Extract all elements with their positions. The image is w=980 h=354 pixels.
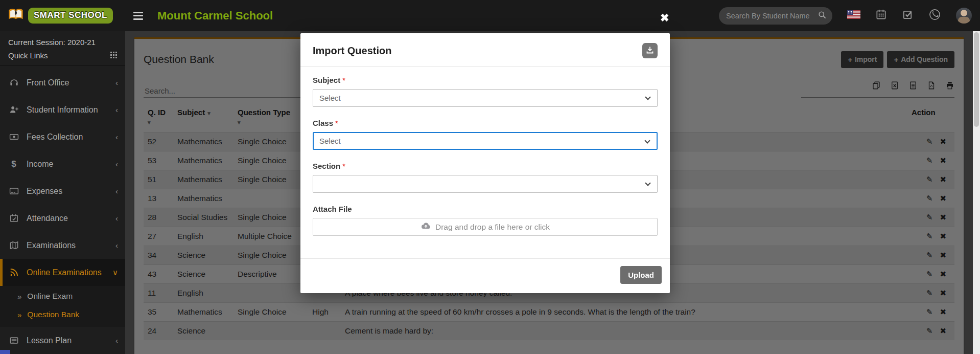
class-label: Class* bbox=[313, 119, 658, 127]
sidebar-item-expenses[interactable]: Expenses ‹ bbox=[0, 178, 125, 205]
sidebar-footer-accent bbox=[0, 350, 10, 354]
attach-file-label: Attach File bbox=[313, 205, 658, 213]
section-select[interactable] bbox=[313, 175, 658, 193]
avatar[interactable] bbox=[956, 8, 972, 24]
sidebar-item-fees-collection[interactable]: Fees Collection ‹ bbox=[0, 123, 125, 150]
search-icon[interactable] bbox=[818, 11, 826, 21]
school-name: Mount Carmel School bbox=[157, 9, 273, 23]
calendar-icon[interactable] bbox=[875, 9, 887, 23]
sidebar-item-examinations[interactable]: Examinations ‹ bbox=[0, 232, 125, 259]
sidebar: Current Session: 2020-21 Quick Links bbox=[0, 31, 125, 354]
chevron-left-icon: ‹ bbox=[115, 105, 118, 114]
header-actions bbox=[719, 7, 980, 25]
import-question-modal: Import Question Subject* Select bbox=[300, 33, 670, 293]
chevron-down-icon bbox=[644, 138, 650, 143]
class-select[interactable]: Select bbox=[313, 132, 658, 150]
map-icon bbox=[8, 240, 19, 250]
chevron-left-icon: ‹ bbox=[115, 241, 118, 250]
credit-card-icon bbox=[8, 186, 19, 196]
book-logo-icon bbox=[7, 7, 25, 25]
session-block: Current Session: 2020-21 Quick Links bbox=[0, 31, 125, 66]
sidebar-item-online-examinations[interactable]: Online Examinations ∨ bbox=[0, 259, 125, 286]
subject-select[interactable]: Select bbox=[313, 89, 658, 107]
sidebar-nav: Front Office ‹ Student Information ‹ bbox=[0, 66, 125, 354]
required-asterisk: * bbox=[342, 76, 345, 84]
check-square-icon[interactable] bbox=[902, 9, 914, 23]
chevron-down-icon bbox=[645, 94, 650, 100]
cloud-upload-icon bbox=[421, 220, 431, 233]
hamburger-icon[interactable] bbox=[133, 12, 143, 20]
subject-label: Subject* bbox=[313, 76, 658, 84]
sidebar-item-front-office[interactable]: Front Office ‹ bbox=[0, 69, 125, 96]
current-session: Current Session: 2020-21 bbox=[8, 38, 117, 47]
online-examinations-submenu: » Online Exam » Question Bank bbox=[0, 286, 125, 327]
quick-links[interactable]: Quick Links bbox=[8, 51, 117, 60]
double-arrow-icon: » bbox=[17, 292, 21, 301]
chevron-left-icon: ‹ bbox=[115, 214, 118, 223]
chevron-left-icon: ‹ bbox=[115, 160, 118, 168]
download-sample-button[interactable] bbox=[642, 43, 658, 58]
modal-title: Import Question bbox=[313, 45, 391, 57]
student-search-input[interactable] bbox=[725, 11, 815, 20]
top-header: SMART SCHOOL Mount Carmel School bbox=[0, 0, 980, 31]
app-window: SMART SCHOOL Mount Carmel School bbox=[0, 0, 980, 354]
download-icon bbox=[646, 46, 654, 56]
headset-icon bbox=[8, 78, 19, 87]
grid-icon[interactable] bbox=[110, 51, 117, 60]
chevron-left-icon: ‹ bbox=[115, 336, 118, 345]
section-label: Section* bbox=[313, 162, 658, 170]
close-icon[interactable]: ✖ bbox=[657, 11, 672, 25]
upload-button[interactable]: Upload bbox=[620, 266, 662, 284]
calendar-check-icon bbox=[8, 213, 19, 223]
sidebar-item-attendance[interactable]: Attendance ‹ bbox=[0, 205, 125, 232]
file-dropzone[interactable]: Drag and drop a file here or click bbox=[313, 218, 658, 236]
scrollbar-thumb[interactable] bbox=[974, 32, 979, 127]
required-asterisk: * bbox=[335, 119, 338, 127]
sidebar-subitem-online-exam[interactable]: » Online Exam bbox=[0, 287, 125, 305]
money-bill-icon bbox=[8, 132, 19, 142]
chevron-down-icon: ∨ bbox=[112, 268, 118, 277]
chevron-down-icon bbox=[645, 180, 650, 186]
user-plus-icon bbox=[8, 105, 19, 115]
sidebar-subitem-question-bank[interactable]: » Question Bank bbox=[0, 305, 125, 324]
student-search bbox=[719, 7, 832, 25]
sidebar-item-income[interactable]: $ Income ‹ bbox=[0, 150, 125, 178]
sidebar-item-lesson-plan[interactable]: Lesson Plan ‹ bbox=[0, 327, 125, 354]
dollar-icon: $ bbox=[8, 159, 19, 169]
brand-logo[interactable]: SMART SCHOOL bbox=[0, 7, 125, 25]
required-asterisk: * bbox=[342, 162, 345, 170]
list-icon bbox=[8, 336, 19, 345]
sidebar-item-student-information[interactable]: Student Information ‹ bbox=[0, 96, 125, 123]
whatsapp-icon[interactable] bbox=[928, 8, 941, 23]
double-arrow-icon: » bbox=[17, 311, 21, 319]
scrollbar[interactable] bbox=[973, 31, 980, 354]
rss-icon bbox=[8, 268, 19, 277]
chevron-left-icon: ‹ bbox=[115, 187, 118, 195]
brand-name: SMART SCHOOL bbox=[28, 8, 113, 24]
chevron-left-icon: ‹ bbox=[115, 78, 118, 87]
us-flag-icon[interactable] bbox=[847, 10, 860, 21]
chevron-left-icon: ‹ bbox=[115, 132, 118, 141]
